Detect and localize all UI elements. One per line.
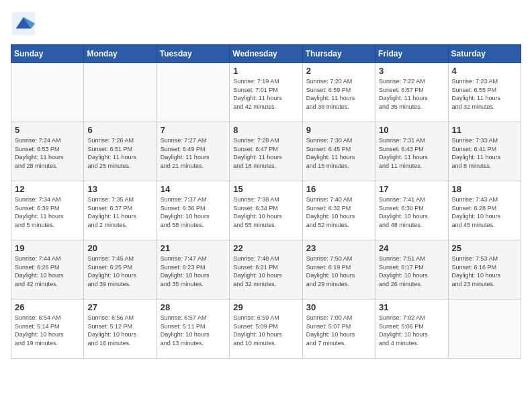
- col-header-wednesday: Wednesday: [230, 45, 302, 63]
- generalblue-logo-icon: [11, 11, 36, 36]
- calendar-cell: 6Sunrise: 7:26 AM Sunset: 6:51 PM Daylig…: [84, 122, 157, 181]
- day-info: Sunrise: 7:48 AM Sunset: 6:21 PM Dayligh…: [233, 255, 298, 288]
- calendar-cell: 24Sunrise: 7:51 AM Sunset: 6:17 PM Dayli…: [375, 240, 448, 300]
- page-header: [11, 11, 521, 36]
- calendar-cell: 22Sunrise: 7:48 AM Sunset: 6:21 PM Dayli…: [230, 240, 302, 300]
- calendar-cell: 3Sunrise: 7:22 AM Sunset: 6:57 PM Daylig…: [375, 63, 448, 122]
- day-info: Sunrise: 7:50 AM Sunset: 6:19 PM Dayligh…: [306, 255, 371, 288]
- day-info: Sunrise: 7:28 AM Sunset: 6:47 PM Dayligh…: [233, 136, 298, 170]
- calendar-cell: 26Sunrise: 6:54 AM Sunset: 5:14 PM Dayli…: [11, 300, 84, 359]
- day-info: Sunrise: 7:37 AM Sunset: 6:36 PM Dayligh…: [161, 195, 226, 229]
- calendar-cell: 14Sunrise: 7:37 AM Sunset: 6:36 PM Dayli…: [157, 181, 229, 240]
- calendar-cell: [448, 300, 521, 359]
- calendar-cell: 19Sunrise: 7:44 AM Sunset: 6:26 PM Dayli…: [11, 240, 84, 300]
- day-number: 1: [233, 66, 298, 76]
- calendar-cell: 20Sunrise: 7:45 AM Sunset: 6:25 PM Dayli…: [84, 240, 157, 300]
- day-number: 27: [87, 302, 152, 312]
- calendar-cell: 17Sunrise: 7:41 AM Sunset: 6:30 PM Dayli…: [375, 181, 448, 240]
- logo: [11, 11, 39, 36]
- calendar-cell: 9Sunrise: 7:30 AM Sunset: 6:45 PM Daylig…: [302, 122, 375, 181]
- day-info: Sunrise: 7:43 AM Sunset: 6:28 PM Dayligh…: [452, 195, 517, 229]
- col-header-monday: Monday: [84, 45, 157, 63]
- calendar-cell: 1Sunrise: 7:19 AM Sunset: 7:01 PM Daylig…: [230, 63, 302, 122]
- calendar-cell: 16Sunrise: 7:40 AM Sunset: 6:32 PM Dayli…: [302, 181, 375, 240]
- day-number: 17: [379, 184, 444, 194]
- calendar-week-row: 1Sunrise: 7:19 AM Sunset: 7:01 PM Daylig…: [11, 63, 521, 122]
- day-info: Sunrise: 7:19 AM Sunset: 7:01 PM Dayligh…: [233, 77, 298, 111]
- day-number: 23: [306, 243, 371, 253]
- day-info: Sunrise: 7:38 AM Sunset: 6:34 PM Dayligh…: [233, 195, 298, 229]
- day-info: Sunrise: 6:56 AM Sunset: 5:12 PM Dayligh…: [87, 314, 152, 347]
- day-number: 26: [15, 302, 80, 312]
- day-number: 10: [379, 125, 444, 135]
- day-info: Sunrise: 7:45 AM Sunset: 6:25 PM Dayligh…: [87, 255, 152, 288]
- calendar-cell: 15Sunrise: 7:38 AM Sunset: 6:34 PM Dayli…: [230, 181, 302, 240]
- calendar-table: SundayMondayTuesdayWednesdayThursdayFrid…: [11, 44, 521, 359]
- day-info: Sunrise: 7:22 AM Sunset: 6:57 PM Dayligh…: [379, 77, 444, 111]
- calendar-cell: [157, 63, 229, 122]
- day-number: 16: [306, 184, 371, 194]
- day-number: 5: [15, 125, 80, 135]
- calendar-week-row: 19Sunrise: 7:44 AM Sunset: 6:26 PM Dayli…: [11, 240, 521, 300]
- day-number: 3: [379, 66, 444, 76]
- day-number: 9: [306, 125, 371, 135]
- calendar-week-row: 12Sunrise: 7:34 AM Sunset: 6:39 PM Dayli…: [11, 181, 521, 240]
- calendar-week-row: 26Sunrise: 6:54 AM Sunset: 5:14 PM Dayli…: [11, 300, 521, 359]
- day-number: 12: [15, 184, 80, 194]
- day-number: 24: [379, 243, 444, 253]
- calendar-cell: 12Sunrise: 7:34 AM Sunset: 6:39 PM Dayli…: [11, 181, 84, 240]
- day-number: 11: [452, 125, 517, 135]
- day-info: Sunrise: 7:24 AM Sunset: 6:53 PM Dayligh…: [15, 136, 80, 170]
- calendar-cell: 30Sunrise: 7:00 AM Sunset: 5:07 PM Dayli…: [302, 300, 375, 359]
- calendar-cell: 4Sunrise: 7:23 AM Sunset: 6:55 PM Daylig…: [448, 63, 521, 122]
- calendar-cell: 28Sunrise: 6:57 AM Sunset: 5:11 PM Dayli…: [157, 300, 229, 359]
- calendar-cell: 18Sunrise: 7:43 AM Sunset: 6:28 PM Dayli…: [448, 181, 521, 240]
- day-info: Sunrise: 7:47 AM Sunset: 6:23 PM Dayligh…: [161, 255, 226, 288]
- day-number: 2: [306, 66, 371, 76]
- day-info: Sunrise: 7:53 AM Sunset: 6:16 PM Dayligh…: [452, 255, 517, 288]
- day-info: Sunrise: 7:34 AM Sunset: 6:39 PM Dayligh…: [15, 195, 80, 229]
- day-info: Sunrise: 7:31 AM Sunset: 6:43 PM Dayligh…: [379, 136, 444, 170]
- calendar-cell: 29Sunrise: 6:59 AM Sunset: 5:09 PM Dayli…: [230, 300, 302, 359]
- day-number: 7: [161, 125, 226, 135]
- calendar-cell: 10Sunrise: 7:31 AM Sunset: 6:43 PM Dayli…: [375, 122, 448, 181]
- day-info: Sunrise: 7:44 AM Sunset: 6:26 PM Dayligh…: [15, 255, 80, 288]
- day-info: Sunrise: 7:51 AM Sunset: 6:17 PM Dayligh…: [379, 255, 444, 288]
- day-info: Sunrise: 7:35 AM Sunset: 6:37 PM Dayligh…: [87, 195, 152, 229]
- day-info: Sunrise: 6:59 AM Sunset: 5:09 PM Dayligh…: [233, 314, 298, 347]
- calendar-cell: 31Sunrise: 7:02 AM Sunset: 5:06 PM Dayli…: [375, 300, 448, 359]
- day-info: Sunrise: 7:26 AM Sunset: 6:51 PM Dayligh…: [87, 136, 152, 170]
- day-number: 28: [161, 302, 226, 312]
- day-info: Sunrise: 6:57 AM Sunset: 5:11 PM Dayligh…: [161, 314, 226, 347]
- day-number: 29: [233, 302, 298, 312]
- calendar-cell: 13Sunrise: 7:35 AM Sunset: 6:37 PM Dayli…: [84, 181, 157, 240]
- calendar-cell: 2Sunrise: 7:20 AM Sunset: 6:59 PM Daylig…: [302, 63, 375, 122]
- calendar-header-row: SundayMondayTuesdayWednesdayThursdayFrid…: [11, 45, 521, 63]
- col-header-saturday: Saturday: [448, 45, 521, 63]
- day-info: Sunrise: 7:33 AM Sunset: 6:41 PM Dayligh…: [452, 136, 517, 170]
- day-number: 8: [233, 125, 298, 135]
- day-info: Sunrise: 7:40 AM Sunset: 6:32 PM Dayligh…: [306, 195, 371, 229]
- day-number: 25: [452, 243, 517, 253]
- day-info: Sunrise: 6:54 AM Sunset: 5:14 PM Dayligh…: [15, 314, 80, 347]
- col-header-sunday: Sunday: [11, 45, 84, 63]
- day-info: Sunrise: 7:23 AM Sunset: 6:55 PM Dayligh…: [452, 77, 517, 111]
- calendar-week-row: 5Sunrise: 7:24 AM Sunset: 6:53 PM Daylig…: [11, 122, 521, 181]
- calendar-cell: 8Sunrise: 7:28 AM Sunset: 6:47 PM Daylig…: [230, 122, 302, 181]
- day-number: 30: [306, 302, 371, 312]
- day-number: 31: [379, 302, 444, 312]
- day-info: Sunrise: 7:30 AM Sunset: 6:45 PM Dayligh…: [306, 136, 371, 170]
- calendar-cell: 27Sunrise: 6:56 AM Sunset: 5:12 PM Dayli…: [84, 300, 157, 359]
- day-number: 6: [87, 125, 152, 135]
- day-number: 15: [233, 184, 298, 194]
- day-info: Sunrise: 7:02 AM Sunset: 5:06 PM Dayligh…: [379, 314, 444, 347]
- calendar-cell: [11, 63, 84, 122]
- calendar-cell: [84, 63, 157, 122]
- day-info: Sunrise: 7:00 AM Sunset: 5:07 PM Dayligh…: [306, 314, 371, 347]
- day-info: Sunrise: 7:41 AM Sunset: 6:30 PM Dayligh…: [379, 195, 444, 229]
- day-number: 21: [161, 243, 226, 253]
- calendar-cell: 7Sunrise: 7:27 AM Sunset: 6:49 PM Daylig…: [157, 122, 229, 181]
- day-number: 14: [161, 184, 226, 194]
- calendar-cell: 21Sunrise: 7:47 AM Sunset: 6:23 PM Dayli…: [157, 240, 229, 300]
- day-number: 4: [452, 66, 517, 76]
